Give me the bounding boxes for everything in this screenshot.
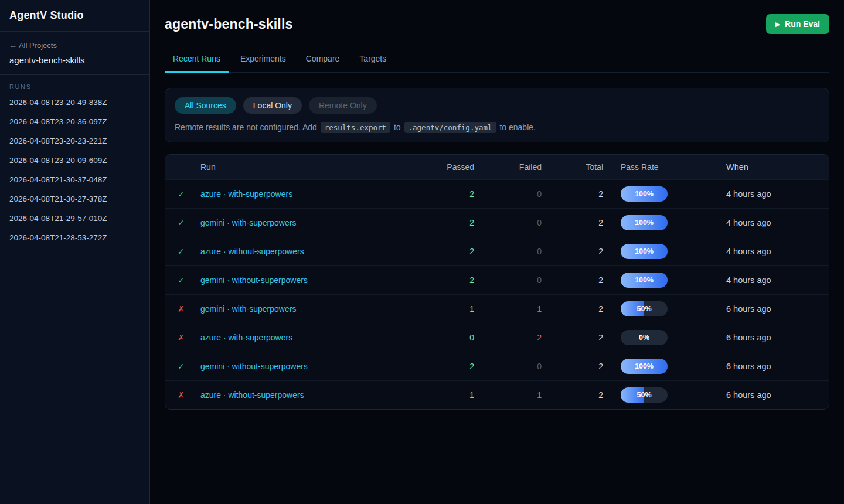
source-filter-chip[interactable]: Local Only: [243, 97, 302, 114]
page-header: agentv-bench-skills ▶ Run Eval: [165, 0, 829, 34]
pass-rate-pill: 100%: [621, 186, 668, 202]
run-name-cell: gemini · without-superpowers: [200, 275, 407, 285]
tab[interactable]: Targets: [351, 47, 394, 73]
failed-count: 2: [474, 333, 542, 342]
run-link[interactable]: azure · without-superpowers: [200, 390, 304, 400]
sidebar-run-item[interactable]: 2026-04-08T21-28-53-272Z: [9, 228, 140, 247]
sidebar-run-item[interactable]: 2026-04-08T21-30-37-048Z: [9, 170, 140, 189]
run-name-cell: gemini · with-superpowers: [200, 218, 407, 227]
run-name-cell: gemini · without-superpowers: [200, 362, 407, 371]
passed-count: 1: [407, 390, 474, 400]
run-when: 6 hours ago: [726, 333, 829, 342]
failed-count: 1: [474, 390, 542, 400]
run-status-icon: ✓: [165, 189, 200, 199]
total-count: 2: [542, 390, 603, 400]
run-name-cell: gemini · with-superpowers: [200, 304, 407, 314]
runs-table: Run Passed Failed Total Pass Rate When ✓…: [165, 154, 829, 410]
note-fragment: Remote results are not configured. Add: [175, 122, 319, 132]
run-link[interactable]: azure · with-superpowers: [200, 333, 292, 342]
passed-count: 0: [407, 333, 474, 342]
run-when: 4 hours ago: [726, 275, 829, 285]
pass-rate-label: 100%: [621, 244, 668, 259]
pass-rate-cell: 0%: [603, 330, 726, 345]
tab[interactable]: Recent Runs: [165, 47, 229, 73]
tab[interactable]: Compare: [298, 47, 348, 73]
sidebar-run-item[interactable]: 2026-04-08T23-20-09-609Z: [9, 151, 140, 170]
source-filter-chip[interactable]: All Sources: [175, 97, 236, 114]
failed-count: 0: [474, 218, 542, 227]
pass-rate-cell: 100%: [603, 215, 726, 230]
failed-count: 0: [474, 275, 542, 285]
runs-section-label: RUNS: [9, 83, 140, 90]
pass-rate-pill: 100%: [621, 215, 668, 230]
col-pass-rate: Pass Rate: [603, 162, 726, 172]
run-eval-button[interactable]: ▶ Run Eval: [766, 14, 829, 34]
pass-rate-label: 100%: [621, 186, 668, 202]
run-status-icon: ✓: [165, 362, 200, 371]
main-content: agentv-bench-skills ▶ Run Eval Recent Ru…: [150, 0, 844, 504]
run-status-icon: ✗: [165, 333, 200, 342]
source-filter-chips: All Sources Local Only Remote Only: [175, 97, 819, 114]
total-count: 2: [542, 333, 603, 342]
app-brand: AgentV Studio: [0, 0, 149, 32]
sidebar: AgentV Studio ← All Projects agentv-benc…: [0, 0, 150, 504]
passed-count: 2: [407, 218, 474, 227]
sidebar-project-section: ← All Projects agentv-bench-skills: [0, 32, 149, 75]
run-name-cell: azure · without-superpowers: [200, 247, 407, 256]
pass-rate-pill: 100%: [621, 244, 668, 259]
sidebar-run-item[interactable]: 2026-04-08T23-20-23-221Z: [9, 131, 140, 151]
run-link[interactable]: azure · with-superpowers: [200, 189, 292, 199]
runs-table-header: Run Passed Failed Total Pass Rate When: [165, 155, 829, 179]
run-when: 4 hours ago: [726, 218, 829, 227]
pass-rate-label: 50%: [621, 387, 668, 403]
sidebar-run-item[interactable]: 2026-04-08T23-20-49-838Z: [9, 93, 140, 112]
run-link[interactable]: gemini · with-superpowers: [200, 304, 296, 314]
play-icon: ▶: [775, 21, 780, 28]
sidebar-run-item[interactable]: 2026-04-08T21-30-27-378Z: [9, 189, 140, 209]
pass-rate-cell: 50%: [603, 301, 726, 316]
run-name-cell: azure · with-superpowers: [200, 189, 407, 199]
col-total: Total: [542, 162, 603, 172]
sidebar-runs-list: RUNS 2026-04-08T23-20-49-838Z 2026-04-08…: [0, 75, 149, 256]
tab[interactable]: Experiments: [232, 47, 294, 73]
run-when: 6 hours ago: [726, 362, 829, 371]
run-when: 4 hours ago: [726, 189, 829, 199]
pass-rate-label: 100%: [621, 359, 668, 374]
table-row: ✓ gemini · without-superpowers 2 0 2 100…: [165, 265, 829, 294]
total-count: 2: [542, 362, 603, 371]
total-count: 2: [542, 304, 603, 314]
pass-rate-label: 0%: [621, 330, 668, 345]
passed-count: 1: [407, 304, 474, 314]
failed-count: 0: [474, 362, 542, 371]
passed-count: 2: [407, 189, 474, 199]
run-link[interactable]: gemini · with-superpowers: [200, 218, 296, 227]
table-row: ✗ azure · without-superpowers 1 1 2 50% …: [165, 380, 829, 409]
run-status-icon: ✓: [165, 275, 200, 285]
run-link[interactable]: azure · without-superpowers: [200, 247, 304, 256]
source-filter-chip[interactable]: Remote Only: [309, 97, 377, 114]
pass-rate-cell: 100%: [603, 273, 726, 288]
run-when: 6 hours ago: [726, 390, 829, 400]
note-fragment: to: [392, 122, 403, 132]
total-count: 2: [542, 189, 603, 199]
pass-rate-label: 100%: [621, 273, 668, 288]
run-status-icon: ✓: [165, 247, 200, 256]
passed-count: 2: [407, 275, 474, 285]
total-count: 2: [542, 275, 603, 285]
run-link[interactable]: gemini · without-superpowers: [200, 275, 308, 285]
source-filter-card: All Sources Local Only Remote Only Remot…: [165, 88, 829, 142]
pass-rate-pill: 100%: [621, 273, 668, 288]
total-count: 2: [542, 218, 603, 227]
note-fragment: to enable.: [498, 122, 536, 132]
total-count: 2: [542, 247, 603, 256]
all-projects-back-link[interactable]: ← All Projects: [9, 41, 57, 50]
note-fragment: results.export: [321, 122, 390, 133]
run-link[interactable]: gemini · without-superpowers: [200, 362, 308, 371]
failed-count: 1: [474, 304, 542, 314]
run-name-cell: azure · with-superpowers: [200, 333, 407, 342]
current-project-name: agentv-bench-skills: [9, 55, 140, 65]
sidebar-run-item[interactable]: 2026-04-08T23-20-36-097Z: [9, 112, 140, 131]
passed-count: 2: [407, 362, 474, 371]
sidebar-run-item[interactable]: 2026-04-08T21-29-57-010Z: [9, 209, 140, 228]
col-passed: Passed: [407, 162, 474, 172]
